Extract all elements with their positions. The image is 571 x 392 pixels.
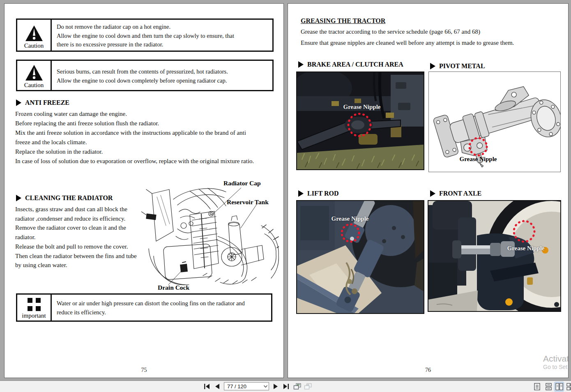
cleaning-paragraph: Insects, grass straw and dust can all bl… <box>15 205 137 270</box>
heading-text: BRAKE AREA / CLUTCH AREA <box>307 61 403 68</box>
important-line: reduce its efficiency. <box>57 308 245 317</box>
page-number-76: 76 <box>288 367 568 374</box>
body-line: by using clean water. <box>15 261 137 270</box>
arrow-bullet-icon <box>298 61 304 68</box>
arrow-bullet-icon <box>16 195 21 201</box>
important-icon-cell: important <box>17 295 52 321</box>
chevron-down-icon <box>264 385 267 387</box>
heading-brake-clutch-area: BRAKE AREA / CLUTCH AREA <box>298 61 403 68</box>
grease-nipple-marker <box>346 112 373 138</box>
important-label: important <box>22 312 46 319</box>
grease-nipple-label: Grease Nipple <box>332 215 369 222</box>
arrow-bullet-icon <box>430 63 435 69</box>
facing-pages-view-button[interactable] <box>555 382 564 391</box>
body-line: Release the bolt and pull to remove the … <box>15 242 137 251</box>
arrow-bullet-icon <box>430 190 435 197</box>
heading-text: ANTI FREEZE <box>25 99 69 106</box>
heading-greasing-the-tractor: GREASING THE TRACTOR <box>301 17 385 25</box>
document-canvas[interactable]: Caution Do not remove the radiator cap o… <box>0 0 571 380</box>
caution-line: Allow the engine to cool down completely… <box>57 76 228 85</box>
front-axle-photo-art <box>428 201 560 311</box>
warning-triangle-icon <box>25 65 43 81</box>
next-view-button[interactable] <box>303 382 313 390</box>
heading-lift-rod: LIFT ROD <box>298 190 339 197</box>
caution-icon-cell: Caution <box>17 61 52 90</box>
heading-text: LIFT ROD <box>307 190 339 197</box>
figure-label-radiator-cap: Radiator Cap <box>223 180 261 187</box>
continuous-view-button[interactable] <box>544 382 553 391</box>
body-line: Insects, grass straw and dust can all bl… <box>15 205 137 214</box>
facing-continuous-icon <box>566 383 571 390</box>
anti-freeze-paragraph: Frozen cooling water can damage the engi… <box>15 109 254 166</box>
windows-activation-watermark: Activat Go to Set <box>543 354 569 370</box>
caution-line: Serious burns, can result from the conte… <box>57 67 228 76</box>
caution-text: Serious burns, can result from the conte… <box>52 61 233 90</box>
single-page-view-button[interactable] <box>532 382 541 391</box>
page-dropdown-button[interactable] <box>262 383 269 390</box>
body-line: radiator. <box>15 233 137 242</box>
previous-view-button[interactable] <box>292 382 302 390</box>
page-number-75: 75 <box>5 367 283 374</box>
body-line: Before replacing the anti freeze solutio… <box>15 119 254 128</box>
continuous-pages-icon <box>546 383 552 390</box>
caution-line: Allow the engine to cool down and then t… <box>57 32 234 41</box>
page-number-box <box>224 382 269 390</box>
first-page-button[interactable] <box>203 382 211 390</box>
important-box: important Water or air under high pressu… <box>16 293 272 322</box>
viewer-toolbar <box>0 380 571 392</box>
grease-nipple-label: Grease Nipple <box>343 104 381 111</box>
previous-view-icon <box>293 383 302 390</box>
caution-icon-cell: Caution <box>17 20 52 51</box>
caution-text: Do not remove the radiator cap on a hot … <box>52 20 239 51</box>
watermark-line2: Go to Set <box>543 364 569 370</box>
figure-label-drain-cock: Drain Cock <box>158 284 189 291</box>
caution-line: Do not remove the radiator cap on a hot … <box>57 23 234 32</box>
single-page-icon <box>534 383 540 390</box>
important-line: Water or air under high pressure can dis… <box>57 299 245 308</box>
heading-text: FRONT AXLE <box>439 190 481 197</box>
important-cross-icon <box>27 297 41 311</box>
photo-brake-clutch-area: Grease Nipple <box>296 71 424 170</box>
grease-nipple-marker <box>340 222 361 244</box>
arrow-bullet-icon <box>16 99 21 106</box>
photo-lift-rod: Grease Nipple <box>296 200 424 314</box>
body-line: Then clean the radiator between the fins… <box>15 251 137 261</box>
facing-pages-icon <box>555 383 563 390</box>
caution-label: Caution <box>24 82 44 89</box>
facing-continuous-view-button[interactable] <box>566 382 571 391</box>
intro-line: Ensure that grease nipples are cleaned w… <box>301 39 514 46</box>
page-76: GREASING THE TRACTOR Grease the tractor … <box>288 3 569 378</box>
body-line: In case of loss of solution due to evapo… <box>15 157 254 166</box>
body-line: freeze and the locals climate. <box>15 138 254 147</box>
heading-cleaning-radiator: CLEANING THE RADIATOR <box>16 194 113 202</box>
grease-nipple-label: Grease Nipple <box>507 245 545 252</box>
previous-page-button[interactable] <box>213 382 221 390</box>
next-view-icon <box>304 383 312 390</box>
important-text: Water or air under high pressure can dis… <box>52 295 250 321</box>
caution-box-1: Caution Do not remove the radiator cap o… <box>16 18 274 52</box>
last-page-button[interactable] <box>282 382 290 390</box>
caution-line: there is no excessive pressure in the ra… <box>57 40 234 49</box>
next-page-button[interactable] <box>272 382 280 390</box>
grease-nipple-marker <box>512 219 536 244</box>
heading-text: PIVOT METAL <box>439 62 485 70</box>
body-line: Mix the anti freeze solution in accordan… <box>15 128 254 138</box>
drawing-pivot-metal: Grease Nipple <box>428 71 561 172</box>
photo-front-axle: Grease Nipple <box>428 200 561 312</box>
body-line: Replace the solution in the radiator. <box>15 147 254 157</box>
heading-text: CLEANING THE RADIATOR <box>25 194 113 202</box>
caution-label: Caution <box>24 42 44 49</box>
body-line: Remove the radiator cover to clean it an… <box>15 223 137 233</box>
warning-triangle-icon <box>25 25 43 42</box>
arrow-bullet-icon <box>298 190 304 197</box>
caution-box-2: Caution Serious burns, can result from t… <box>16 60 274 91</box>
figure-label-reservoir-tank: Reservoir Tank <box>227 198 269 206</box>
heading-anti-freeze: ANTI FREEZE <box>16 99 69 106</box>
body-line: radiator ,condenser and reduce its effic… <box>15 214 137 224</box>
page-number-input[interactable] <box>224 383 262 390</box>
watermark-line1: Activat <box>543 354 569 364</box>
heading-front-axle: FRONT AXLE <box>430 190 481 197</box>
intro-line: Grease the tractor according to the serv… <box>301 28 480 35</box>
heading-pivot-metal: PIVOT METAL <box>430 62 485 70</box>
page-75: Caution Do not remove the radiator cap o… <box>4 3 284 378</box>
